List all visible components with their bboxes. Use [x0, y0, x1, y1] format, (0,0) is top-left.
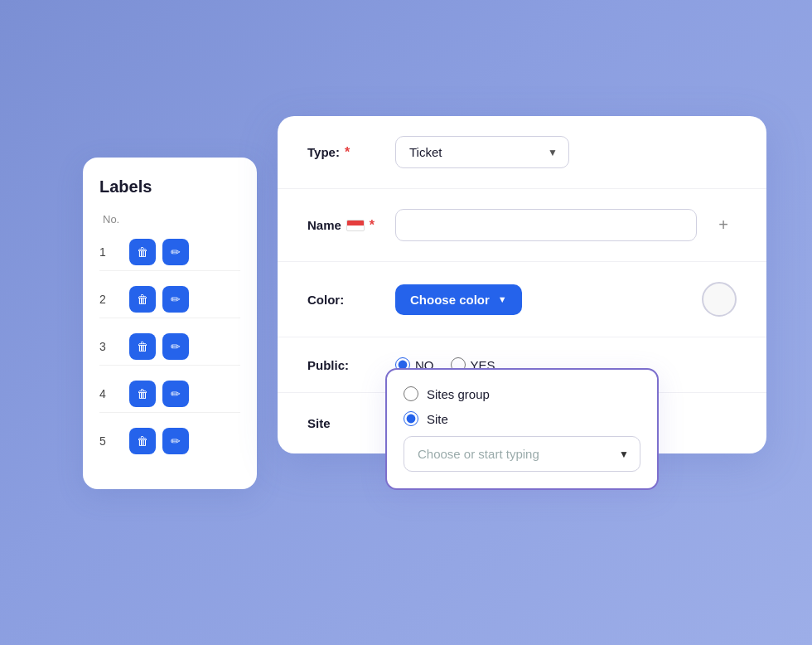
site-dropdown-wrapper: Choose or start typing ▼ — [404, 436, 640, 472]
color-section: Color: Choose color ▼ — [278, 262, 766, 337]
type-select[interactable]: Ticket Bug Feature — [395, 136, 569, 168]
delete-button[interactable]: 🗑 — [129, 381, 156, 407]
edit-button[interactable]: ✏ — [162, 428, 189, 454]
public-label: Public: — [307, 358, 382, 372]
required-indicator: * — [370, 218, 375, 233]
site-option[interactable]: Site — [404, 411, 640, 426]
trash-icon: 🗑 — [137, 340, 148, 353]
labels-title: Labels — [99, 177, 240, 196]
edit-icon: ✏ — [171, 293, 181, 306]
edit-icon: ✏ — [171, 340, 181, 353]
name-section: Name * + — [278, 189, 766, 262]
color-section-content: Choose color ▼ — [395, 282, 737, 317]
row-actions: 🗑 ✏ — [129, 381, 189, 407]
site-radio[interactable] — [404, 411, 418, 426]
row-actions: 🗑 ✏ — [129, 333, 189, 360]
sites-group-label: Sites group — [427, 387, 490, 401]
table-header: No. — [99, 213, 240, 226]
trash-icon: 🗑 — [137, 387, 148, 400]
delete-button[interactable]: 🗑 — [129, 428, 156, 454]
labels-card: Labels No. 1 🗑 ✏ 2 🗑 ✏ 3 🗑 — [83, 158, 257, 489]
required-indicator: * — [345, 145, 350, 160]
site-label-text: Site — [427, 412, 448, 426]
color-label: Color: — [307, 293, 382, 307]
chevron-down-icon: ▼ — [498, 294, 507, 304]
row-actions: 🗑 ✏ — [129, 239, 189, 265]
add-button[interactable]: + — [710, 212, 737, 239]
edit-icon: ✏ — [171, 387, 181, 400]
row-number: 4 — [99, 387, 123, 400]
edit-button[interactable]: ✏ — [162, 381, 189, 407]
delete-button[interactable]: 🗑 — [129, 239, 156, 265]
edit-icon: ✏ — [171, 434, 181, 448]
table-row: 5 🗑 ✏ — [99, 423, 240, 459]
color-preview-circle — [702, 282, 737, 317]
delete-button[interactable]: 🗑 — [129, 286, 156, 313]
choose-color-button[interactable]: Choose color ▼ — [395, 284, 522, 315]
main-form-card: Type: * Ticket Bug Feature ▼ Name * + Co… — [278, 116, 766, 453]
edit-icon: ✏ — [171, 245, 181, 259]
type-select-wrapper: Ticket Bug Feature ▼ — [395, 136, 569, 168]
edit-button[interactable]: ✏ — [162, 286, 189, 313]
table-row: 3 🗑 ✏ — [99, 328, 240, 366]
type-label: Type: * — [307, 145, 382, 160]
name-label: Name * — [307, 218, 382, 233]
row-number: 3 — [99, 340, 123, 353]
site-label: Site — [307, 410, 382, 430]
type-section: Type: * Ticket Bug Feature ▼ — [278, 116, 766, 189]
choose-color-label: Choose color — [410, 293, 490, 307]
table-row: 4 🗑 ✏ — [99, 376, 240, 413]
site-section: Site Sites group Site Choose or start ty… — [278, 393, 766, 453]
edit-button[interactable]: ✏ — [162, 239, 189, 265]
row-actions: 🗑 ✏ — [129, 428, 189, 454]
flag-icon — [346, 220, 365, 231]
edit-button[interactable]: ✏ — [162, 333, 189, 360]
sites-group-option[interactable]: Sites group — [404, 386, 640, 401]
sites-group-radio[interactable] — [404, 386, 418, 401]
trash-icon: 🗑 — [137, 245, 148, 259]
row-number: 2 — [99, 293, 123, 306]
delete-button[interactable]: 🗑 — [129, 333, 156, 360]
site-popup: Sites group Site Choose or start typing … — [385, 368, 659, 490]
name-input[interactable] — [395, 209, 697, 241]
table-row: 2 🗑 ✏ — [99, 281, 240, 318]
site-dropdown[interactable]: Choose or start typing — [404, 436, 640, 472]
trash-icon: 🗑 — [137, 434, 148, 448]
row-number: 5 — [99, 434, 123, 448]
table-row: 1 🗑 ✏ — [99, 234, 240, 271]
site-row: Site Sites group Site Choose or start ty… — [307, 410, 737, 430]
trash-icon: 🗑 — [137, 293, 148, 306]
row-number: 1 — [99, 245, 123, 259]
row-actions: 🗑 ✏ — [129, 286, 189, 313]
